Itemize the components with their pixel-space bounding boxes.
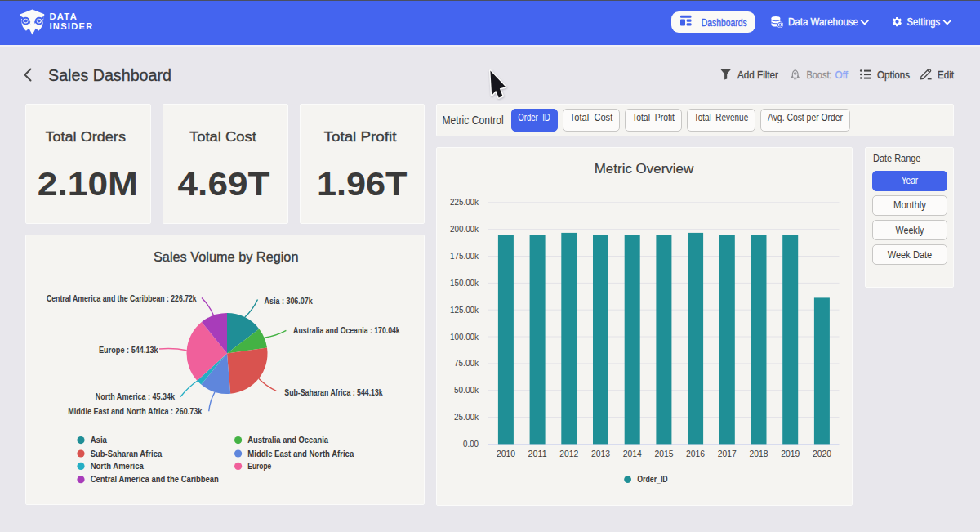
svg-text:Order_ID: Order_ID (518, 112, 550, 123)
svg-text:Data Warehouse: Data Warehouse (788, 16, 858, 28)
svg-text:Sub-Saharan Africa : 544.13k: Sub-Saharan Africa : 544.13k (284, 388, 383, 397)
svg-text:Central America and the Caribb: Central America and the Caribbean (91, 474, 219, 484)
svg-text:Australia and Oceania : 170.04: Australia and Oceania : 170.04k (293, 326, 400, 335)
svg-text:Metric Control: Metric Control (442, 114, 503, 127)
svg-text:Sales Dashboard: Sales Dashboard (48, 66, 172, 84)
svg-text:2018: 2018 (750, 449, 768, 458)
svg-text:Metric Overview: Metric Overview (595, 162, 694, 176)
svg-text:Asia: Asia (91, 435, 107, 445)
svg-text:DATA: DATA (50, 11, 78, 21)
svg-text:Monthly: Monthly (893, 199, 927, 211)
svg-text:Total Profit: Total Profit (324, 129, 397, 145)
svg-text:Europe: Europe (247, 461, 271, 471)
svg-text:2012: 2012 (559, 449, 578, 458)
svg-text:2014: 2014 (623, 449, 642, 458)
svg-text:175.00k: 175.00k (450, 251, 479, 261)
svg-text:Date Range: Date Range (873, 152, 920, 164)
svg-text:Total_Revenue: Total_Revenue (694, 112, 748, 123)
svg-text:Middle East and North Africa: Middle East and North Africa (247, 449, 354, 458)
svg-text:75.00k: 75.00k (454, 358, 479, 368)
svg-text:Total_Profit: Total_Profit (632, 112, 675, 123)
svg-text:Options: Options (877, 69, 910, 81)
svg-text:Central America and the Caribb: Central America and the Caribbean : 226.… (47, 294, 197, 303)
svg-text:25.00k: 25.00k (454, 412, 479, 422)
svg-text:2020: 2020 (813, 449, 831, 458)
svg-text:Australia and Oceania: Australia and Oceania (247, 435, 328, 445)
svg-text:2017: 2017 (718, 449, 737, 458)
svg-text:Weekly: Weekly (896, 225, 925, 236)
svg-text:Total_Cost: Total_Cost (570, 112, 613, 123)
svg-text:2019: 2019 (781, 449, 800, 458)
svg-text:50.00k: 50.00k (454, 385, 479, 395)
svg-text:Middle East and North Africa :: Middle East and North Africa : 260.73k (68, 407, 202, 416)
svg-text:Edit: Edit (938, 69, 954, 81)
svg-text:2010: 2010 (497, 449, 515, 458)
svg-text:150.00k: 150.00k (450, 278, 479, 288)
svg-text:2015: 2015 (654, 449, 673, 458)
svg-text:125.00k: 125.00k (450, 305, 479, 315)
svg-text:Off: Off (835, 69, 849, 81)
svg-text:Sub-Saharan Africa: Sub-Saharan Africa (91, 449, 163, 458)
svg-text:225.00k: 225.00k (450, 197, 479, 207)
svg-text:Total Cost: Total Cost (189, 129, 256, 145)
svg-text:2016: 2016 (686, 449, 705, 458)
svg-text:Add Filter: Add Filter (737, 69, 778, 81)
svg-text:Dashboards: Dashboards (702, 16, 747, 29)
svg-text:Year: Year (902, 175, 919, 186)
svg-text:2013: 2013 (591, 449, 610, 458)
svg-text:1.96T: 1.96T (317, 166, 408, 202)
svg-text:INSIDER: INSIDER (50, 21, 94, 31)
svg-text:North America : 45.34k: North America : 45.34k (96, 392, 176, 401)
svg-text:Avg. Cost per Order: Avg. Cost per Order (768, 112, 843, 123)
svg-text:4.69T: 4.69T (178, 166, 270, 202)
svg-text:Total Orders: Total Orders (45, 129, 126, 145)
svg-text:Europe : 544.13k: Europe : 544.13k (99, 346, 158, 355)
svg-text:Asia : 306.07k: Asia : 306.07k (265, 297, 314, 306)
svg-text:200.00k: 200.00k (450, 224, 479, 234)
svg-text:Boost:: Boost: (807, 69, 832, 81)
svg-text:0.00: 0.00 (463, 439, 479, 449)
svg-text:100.00k: 100.00k (450, 332, 479, 342)
svg-text:Order_ID: Order_ID (637, 475, 668, 484)
svg-text:Settings: Settings (907, 16, 941, 28)
svg-text:Week Date: Week Date (888, 249, 933, 261)
svg-text:Sales Volume by Region: Sales Volume by Region (154, 249, 299, 265)
svg-text:2.10M: 2.10M (38, 166, 138, 202)
svg-text:North America: North America (91, 461, 144, 471)
svg-text:2011: 2011 (528, 449, 547, 458)
